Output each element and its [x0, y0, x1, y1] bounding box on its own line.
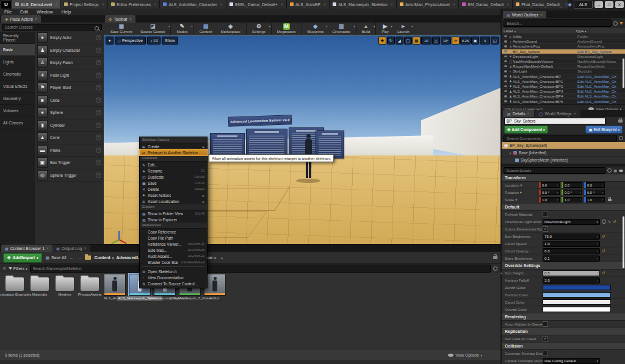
toolbar-button[interactable]: ▦ ▾ Save Current: [106, 23, 136, 35]
search-components-input[interactable]: [504, 135, 617, 141]
reset-icon[interactable]: ↺: [602, 249, 605, 254]
actor-type-link[interactable]: Edit ALS_AnimMan_Ch: [577, 74, 624, 79]
visibility-eye-icon[interactable]: [504, 85, 507, 88]
tab-world-outliner[interactable]: ▤ World Outliner ✕: [503, 11, 546, 18]
context-menu-item[interactable]: ⊞ Create ▸: [140, 143, 207, 149]
toolbar-button[interactable]: ► ▾ Launch: [393, 23, 414, 35]
label-column-header[interactable]: Label ▲: [504, 29, 576, 33]
horizon-falloff-field[interactable]: 3.0↕: [543, 277, 600, 284]
tab-close-icon[interactable]: ✕: [565, 2, 568, 6]
reset-icon[interactable]: ↺: [602, 271, 605, 276]
cloud-opacity-field[interactable]: 6.0↕: [543, 248, 600, 254]
context-menu-item[interactable]: ▤ Show in Folder View Ctrl+B: [140, 210, 207, 216]
sun-brightness-field[interactable]: 75.0↕: [543, 234, 600, 240]
scale-z-field[interactable]: 1.0↕: [584, 197, 605, 202]
section-header-transform[interactable]: Transform: [502, 174, 625, 182]
outliner-row[interactable]: ♪ AmbientSound AmbientSound: [502, 39, 625, 44]
tab-close-icon[interactable]: ✕: [453, 2, 455, 6]
document-tab[interactable]: AnimMan_PhysicsAsset ✕: [397, 0, 459, 9]
place-actor-item[interactable]: ◎ Sphere Trigger ?: [35, 170, 104, 182]
context-menu-item[interactable]: Audit Assets... Alt+Shift+A: [140, 253, 207, 259]
translate-tool-icon[interactable]: ✚: [378, 37, 386, 45]
place-actor-item[interactable]: ☀ Point Light ?: [35, 70, 104, 82]
document-tab[interactable]: ALS_DemoLevel ✕: [12, 0, 61, 9]
dropdown-caret-icon[interactable]: ▾: [411, 25, 413, 28]
menu-bar-item[interactable]: Edit: [16, 9, 32, 15]
scale-tool-icon[interactable]: ◢: [396, 37, 403, 45]
context-menu-item[interactable]: ⇅ Connect To Source Control...: [140, 280, 207, 287]
expander-icon[interactable]: ▲: [509, 151, 511, 154]
place-actor-item[interactable]: ♙ Empty Pawn ?: [35, 57, 104, 70]
refresh-material-checkbox[interactable]: [543, 212, 548, 217]
lock-icon[interactable]: [618, 120, 623, 123]
sun-height-slider[interactable]: 0.5↕: [543, 270, 600, 276]
rotation-x-field[interactable]: 0.0 °↕: [539, 190, 560, 195]
net-load-checkbox[interactable]: [543, 336, 548, 341]
tab-output-log[interactable]: ▤ Output Log ✕: [52, 244, 90, 252]
section-header-default[interactable]: Default: [502, 204, 625, 211]
generate-overlap-checkbox[interactable]: [543, 351, 548, 356]
document-tab[interactable]: Phat_Darius_Default_ ✕: [513, 0, 568, 9]
toolbar-button[interactable]: ⚙ ▾ Settings: [248, 23, 272, 35]
visibility-eye-icon[interactable]: [504, 60, 507, 63]
scale-snap-value[interactable]: 0.25: [460, 37, 471, 45]
section-header-rendering[interactable]: Rendering: [502, 313, 625, 321]
toolbar-button[interactable]: ✎ ▾ Modes: [172, 23, 193, 35]
type-column-header[interactable]: Type ▾: [576, 29, 623, 33]
location-z-field[interactable]: 0.0↕: [584, 182, 605, 188]
asset-grid[interactable]: Animation Examples Materials: [0, 273, 500, 350]
lit-mode-button[interactable]: ◑Lit: [147, 37, 161, 45]
edit-blueprint-button[interactable]: ▣Edit Blueprint▾: [585, 126, 623, 134]
minimize-button[interactable]: –: [594, 1, 603, 8]
rotation-snap-value[interactable]: 10°: [441, 37, 451, 45]
context-menu-item[interactable]: ◫ Duplicate Ctrl+W: [140, 174, 207, 180]
outliner-row[interactable]: ≋ AtmosphericFog AtmosphericFog: [502, 44, 625, 49]
actor-type-link[interactable]: Edit BP_Sky_Sphere: [577, 49, 624, 54]
tab-close-icon[interactable]: ✕: [84, 246, 86, 250]
visibility-eye-icon[interactable]: [504, 35, 507, 38]
details-scrollbar[interactable]: [623, 216, 624, 268]
document-tab[interactable]: Project Settings ✕: [61, 0, 108, 9]
show-flags-button[interactable]: Show: [162, 37, 178, 45]
search-classes-input[interactable]: [2, 24, 102, 30]
colors-determined-checkbox[interactable]: [543, 226, 548, 232]
visibility-eye-icon[interactable]: [504, 95, 507, 98]
outliner-search-input[interactable]: [504, 20, 612, 27]
outliner-row[interactable]: ☀ DirectionalLight DirectionalLight: [502, 54, 625, 59]
place-actor-category[interactable]: Volumes: [0, 105, 35, 117]
location-x-field[interactable]: 0.0↕: [539, 182, 560, 188]
restore-button[interactable]: □: [605, 1, 613, 8]
tab-close-icon[interactable]: ✕: [102, 2, 104, 6]
actor-type-link[interactable]: AmbientSound: [577, 39, 624, 43]
browse-icon[interactable]: [602, 219, 606, 224]
tab-place-actors[interactable]: ✚ Place Actors ✕: [1, 15, 41, 23]
place-actor-item[interactable]: ● Empty Actor ?: [35, 32, 104, 45]
visibility-eye-icon[interactable]: [504, 80, 507, 83]
toolbar-button[interactable]: ◪ ▾ Source Control: [136, 23, 171, 35]
dropdown-caret-icon[interactable]: ▾: [374, 25, 375, 28]
section-header-override[interactable]: Override Settings: [502, 262, 625, 269]
rotation-z-field[interactable]: 0.0 °↕: [584, 190, 605, 195]
section-header-replication[interactable]: Replication: [502, 328, 625, 335]
save-all-button[interactable]: ▦Save All: [45, 255, 66, 260]
place-actor-category[interactable]: Basic: [0, 44, 35, 56]
menu-bar-item[interactable]: File: [0, 9, 16, 15]
toolbar-button[interactable]: ▥ ▾ Cinematics: [328, 23, 356, 35]
dropdown-caret-icon[interactable]: ▾: [326, 25, 327, 28]
document-tab[interactable]: SM_Darius_Default ✕: [459, 0, 513, 9]
component-row-base[interactable]: ▲Base (Inherited): [502, 149, 625, 157]
tab-toolbar[interactable]: ⚙ Toolbar ✕: [105, 15, 135, 23]
asset-tile[interactable]: PhysicsAssets: [78, 274, 102, 301]
context-menu-item[interactable]: ► Asset Actions ▸: [140, 192, 207, 198]
toolbar-button[interactable]: ◆ ▾ Blueprints: [303, 23, 328, 35]
component-row-mesh[interactable]: SkySphereMesh (Inherited): [502, 157, 625, 164]
sources-panel-icon[interactable]: ≡: [3, 266, 6, 271]
dropdown-caret-icon[interactable]: ▾: [191, 25, 192, 28]
toolbar-button[interactable]: M ▾ Megascans: [273, 23, 302, 35]
grid-snap-value[interactable]: 10: [421, 37, 432, 45]
asset-tile[interactable]: Animation Examples: [2, 274, 27, 301]
tab-world-settings[interactable]: ◯World Settings✕: [535, 110, 580, 117]
rotation-snap-icon[interactable]: △: [432, 37, 440, 45]
tab-close-icon[interactable]: ✕: [391, 2, 393, 6]
context-menu-item[interactable]: Shader Cook Statistics... Ctrl+Alt+Shift…: [140, 259, 207, 265]
